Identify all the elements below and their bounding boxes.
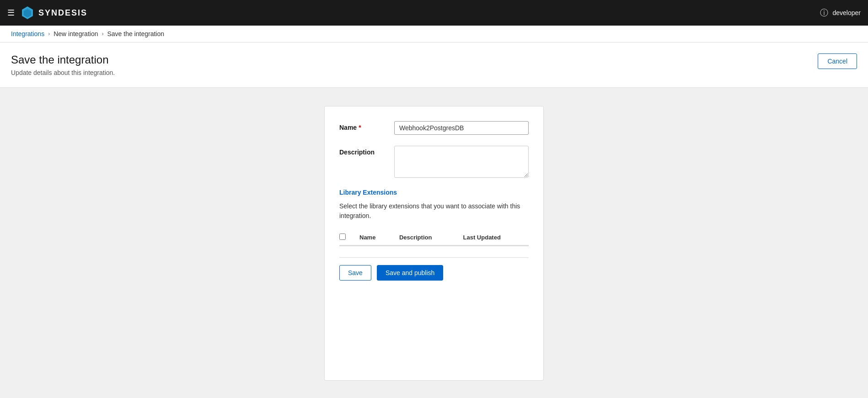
page-title: Save the integration (11, 53, 115, 66)
help-icon[interactable]: ⓘ (820, 7, 828, 18)
description-textarea[interactable] (394, 146, 529, 178)
select-all-header (339, 230, 354, 245)
library-extensions-description: Select the library extensions that you w… (339, 202, 529, 221)
required-indicator: * (359, 124, 361, 131)
table-divider (339, 246, 529, 246)
extensions-table-head: Name Description Last Updated (339, 230, 529, 245)
cancel-button[interactable]: Cancel (818, 53, 857, 69)
breadcrumb-new-integration: New integration (54, 30, 98, 37)
nav-right: ⓘ developer (820, 7, 861, 18)
name-input[interactable] (394, 121, 529, 135)
user-name: developer (833, 9, 861, 16)
top-navigation: ☰ SYNDESIS ⓘ developer (0, 0, 868, 26)
extensions-table: Name Description Last Updated (339, 230, 529, 246)
library-extensions-title: Library Extensions (339, 189, 529, 196)
page-header-left: Save the integration Update details abou… (11, 53, 115, 76)
save-button[interactable]: Save (339, 265, 371, 281)
col-header-last-updated: Last Updated (458, 230, 529, 245)
page-header: Save the integration Update details abou… (0, 42, 868, 88)
description-form-group: Description (339, 146, 529, 178)
main-content: Name * Description Library Extensions Se… (0, 88, 868, 398)
logo-icon (20, 5, 35, 20)
breadcrumb-separator-2: › (102, 31, 103, 37)
library-extensions-section: Library Extensions Select the library ex… (339, 189, 529, 246)
action-buttons: Save Save and publish (339, 257, 529, 281)
save-and-publish-button[interactable]: Save and publish (377, 265, 443, 281)
table-header-row: Name Description Last Updated (339, 230, 529, 245)
col-header-name: Name (354, 230, 394, 245)
logo-area: SYNDESIS (20, 5, 87, 20)
nav-left: ☰ SYNDESIS (7, 5, 87, 20)
breadcrumb-save-integration: Save the integration (107, 30, 164, 37)
hamburger-icon[interactable]: ☰ (7, 8, 15, 18)
breadcrumb-separator-1: › (48, 31, 50, 37)
name-label: Name * (339, 121, 385, 131)
app-title: SYNDESIS (38, 8, 87, 18)
name-form-group: Name * (339, 121, 529, 135)
form-card: Name * Description Library Extensions Se… (324, 106, 544, 381)
description-label: Description (339, 146, 385, 156)
breadcrumb-integrations[interactable]: Integrations (11, 30, 44, 37)
col-header-description: Description (394, 230, 458, 245)
page-subtitle: Update details about this integration. (11, 69, 115, 76)
breadcrumb: Integrations › New integration › Save th… (0, 26, 868, 42)
select-all-checkbox[interactable] (339, 233, 346, 240)
